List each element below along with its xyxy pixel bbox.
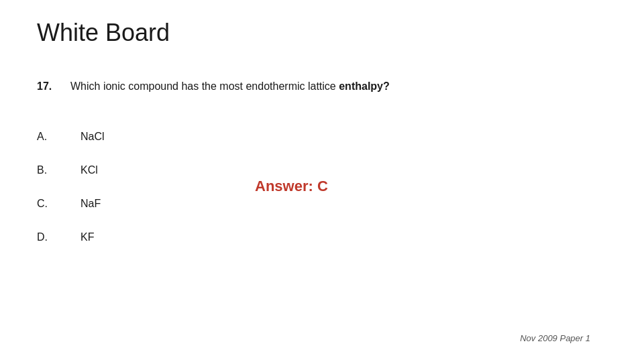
option-letter-d: D. bbox=[37, 231, 60, 243]
option-value-a: NaCl bbox=[80, 131, 105, 143]
page-title: White Board bbox=[37, 19, 170, 47]
option-letter-c: C. bbox=[37, 198, 60, 210]
question-block: 17. Which ionic compound has the most en… bbox=[37, 79, 607, 94]
option-letter-a: A. bbox=[37, 131, 60, 143]
option-value-c: NaF bbox=[80, 198, 101, 210]
option-letter-b: B. bbox=[37, 164, 60, 176]
option-value-d: KF bbox=[80, 231, 94, 243]
question-number: 17. bbox=[37, 79, 57, 94]
option-row-b: B. KCl bbox=[37, 164, 105, 176]
option-row-d: D. KF bbox=[37, 231, 105, 243]
option-value-b: KCl bbox=[80, 164, 98, 176]
answer-label: Answer: C bbox=[255, 178, 328, 195]
options-block: A. NaCl B. KCl C. NaF D. KF bbox=[37, 131, 105, 265]
source-label: Nov 2009 Paper 1 bbox=[520, 333, 590, 343]
option-row-a: A. NaCl bbox=[37, 131, 105, 143]
option-row-c: C. NaF bbox=[37, 198, 105, 210]
question-body: Which ionic compound has the most endoth… bbox=[70, 79, 390, 94]
